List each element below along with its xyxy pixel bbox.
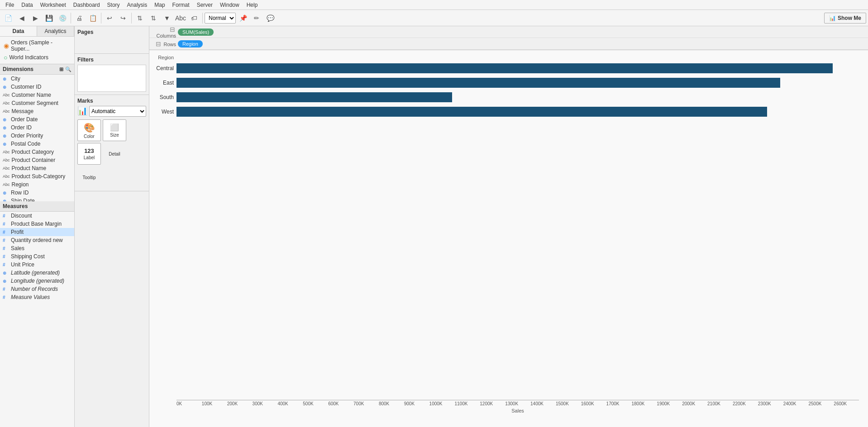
toolbar-save2[interactable]: 💿 bbox=[56, 12, 69, 24]
dim-abc-icon: Abc bbox=[3, 158, 10, 162]
x-tick: 800K bbox=[379, 401, 404, 406]
bar-row: Central bbox=[176, 62, 859, 75]
columns-pill[interactable]: SUM(Sales) bbox=[178, 28, 214, 36]
dim-product-category[interactable]: AbcProduct Category bbox=[0, 148, 74, 156]
marks-detail-btn[interactable]: Detail bbox=[103, 143, 126, 165]
menu-dashboard[interactable]: Dashboard bbox=[70, 1, 104, 9]
menu-data[interactable]: Data bbox=[18, 1, 36, 9]
rows-pill[interactable]: Region bbox=[178, 40, 203, 47]
normal-select[interactable]: Normal bbox=[205, 13, 236, 24]
dim-city[interactable]: ⊕City bbox=[0, 75, 74, 83]
dim-message[interactable]: AbcMessage bbox=[0, 107, 74, 115]
dimensions-header: Dimensions ⊞ 🔍 bbox=[0, 64, 74, 75]
datasource-orders[interactable]: ◉ Orders (Sample - Super... bbox=[2, 38, 72, 53]
dim-order-priority[interactable]: ⊕Order Priority bbox=[0, 132, 74, 140]
x-axis: 0K100K200K300K400K500K600K700K800K900K10… bbox=[176, 400, 859, 406]
toolbar-print[interactable]: 🖨 bbox=[73, 12, 86, 24]
x-tick: 1200K bbox=[480, 401, 505, 406]
tab-data[interactable]: Data bbox=[0, 26, 37, 36]
toolbar-swap[interactable]: ⇅ bbox=[134, 12, 146, 24]
menu-file[interactable]: File bbox=[2, 1, 18, 9]
toolbar-pin[interactable]: 📌 bbox=[237, 12, 249, 24]
meas-measure-values[interactable]: #Measure Values bbox=[0, 293, 74, 301]
tab-analytics[interactable]: Analytics bbox=[37, 26, 74, 36]
marks-color-btn[interactable]: 🎨 Color bbox=[77, 119, 101, 141]
dim-search-icon[interactable]: 🔍 bbox=[65, 66, 72, 72]
dim-order-date[interactable]: ⊕Order Date bbox=[0, 115, 74, 123]
toolbar-group[interactable]: Abc bbox=[174, 12, 187, 24]
x-tick: 100K bbox=[202, 401, 227, 406]
meas-unit-price[interactable]: #Unit Price bbox=[0, 261, 74, 269]
toolbar-back[interactable]: ◀ bbox=[15, 12, 28, 24]
menu-window[interactable]: Window bbox=[216, 1, 243, 9]
dim-order-id[interactable]: ⊕Order ID bbox=[0, 123, 74, 132]
toolbar-labels[interactable]: 🏷 bbox=[188, 12, 200, 24]
meas-hash-icon: # bbox=[3, 230, 9, 235]
meas-profit[interactable]: #Profit bbox=[0, 228, 74, 236]
toolbar-pen[interactable]: ✏ bbox=[250, 12, 263, 24]
toolbar-filter[interactable]: ▼ bbox=[161, 12, 173, 24]
dim-circle-icon: ⊕ bbox=[3, 125, 9, 130]
bar-label: Central bbox=[152, 65, 176, 71]
dim-grid-icon[interactable]: ⊞ bbox=[59, 66, 63, 72]
region-column-header: Region bbox=[152, 55, 859, 60]
rows-label: ⊟ Rows bbox=[151, 40, 176, 47]
color-icon: 🎨 bbox=[84, 122, 95, 133]
meas-quantity-ordered[interactable]: #Quantity ordered new bbox=[0, 236, 74, 244]
dim-region[interactable]: AbcRegion bbox=[0, 180, 74, 189]
dim-product-sub-category[interactable]: AbcProduct Sub-Category bbox=[0, 172, 74, 180]
meas-discount[interactable]: #Discount bbox=[0, 212, 74, 220]
bar-central[interactable] bbox=[176, 63, 833, 73]
filters-area bbox=[77, 65, 146, 92]
dim-postal-code[interactable]: ⊕Postal Code bbox=[0, 140, 74, 148]
toolbar-sort[interactable]: ⇅ bbox=[147, 12, 160, 24]
meas-number-records[interactable]: #Number of Records bbox=[0, 285, 74, 293]
menu-help[interactable]: Help bbox=[243, 1, 262, 9]
menu-worksheet[interactable]: Worksheet bbox=[37, 1, 70, 9]
marks-controls: 📊 Automatic bbox=[77, 106, 146, 117]
bar-west[interactable] bbox=[176, 107, 767, 117]
meas-latitude[interactable]: ⊕Latitude (generated) bbox=[0, 269, 74, 277]
meas-longitude[interactable]: ⊕Longitude (generated) bbox=[0, 277, 74, 285]
rows-shelf: ⊟ Rows Region bbox=[149, 38, 868, 50]
x-tick: 1700K bbox=[606, 401, 632, 406]
x-tick: 300K bbox=[253, 401, 278, 406]
toolbar-print2[interactable]: 📋 bbox=[86, 12, 99, 24]
marks-label-btn[interactable]: 123 Label bbox=[77, 143, 101, 165]
meas-sales[interactable]: #Sales bbox=[0, 244, 74, 252]
toolbar-undo[interactable]: ↩ bbox=[103, 12, 116, 24]
menu-analysis[interactable]: Analysis bbox=[124, 1, 151, 9]
x-tick: 600K bbox=[328, 401, 353, 406]
bar-east[interactable] bbox=[176, 78, 780, 88]
dimensions-list: ⊕City ⊕Customer ID AbcCustomer Name AbcC… bbox=[0, 75, 74, 201]
toolbar-forward[interactable]: ▶ bbox=[29, 12, 42, 24]
meas-hash-icon: # bbox=[3, 246, 9, 251]
toolbar-speech[interactable]: 💬 bbox=[264, 12, 277, 24]
meas-product-base-margin[interactable]: #Product Base Margin bbox=[0, 220, 74, 228]
dim-product-container[interactable]: AbcProduct Container bbox=[0, 156, 74, 164]
dim-ship-date[interactable]: ⊕Ship Date bbox=[0, 197, 74, 201]
dim-customer-segment[interactable]: AbcCustomer Segment bbox=[0, 99, 74, 107]
menu-format[interactable]: Format bbox=[169, 1, 193, 9]
marks-size-btn[interactable]: ⬜ Size bbox=[103, 119, 126, 141]
datasource-world[interactable]: ○ World Indicators bbox=[2, 53, 72, 62]
marks-type-select[interactable]: Automatic bbox=[89, 106, 146, 117]
show-me-button[interactable]: 📊 Show Me bbox=[824, 13, 866, 24]
toolbar-redo[interactable]: ↪ bbox=[117, 12, 129, 24]
meas-hash-icon: # bbox=[3, 287, 9, 292]
menu-story[interactable]: Story bbox=[104, 1, 124, 9]
toolbar-save[interactable]: 💾 bbox=[43, 12, 55, 24]
dim-abc-icon: Abc bbox=[3, 101, 10, 105]
marks-tooltip-btn[interactable]: Tooltip bbox=[77, 166, 101, 188]
x-tick: 2200K bbox=[733, 401, 758, 406]
dim-customer-id[interactable]: ⊕Customer ID bbox=[0, 83, 74, 91]
menu-map[interactable]: Map bbox=[151, 1, 168, 9]
menu-server[interactable]: Server bbox=[193, 1, 216, 9]
bar-south[interactable] bbox=[176, 92, 452, 102]
dim-product-name[interactable]: AbcProduct Name bbox=[0, 164, 74, 172]
meas-shipping-cost[interactable]: #Shipping Cost bbox=[0, 252, 74, 261]
dim-row-id[interactable]: ⊕Row ID bbox=[0, 189, 74, 197]
toolbar-new[interactable]: 📄 bbox=[2, 12, 14, 24]
dim-customer-name[interactable]: AbcCustomer Name bbox=[0, 91, 74, 99]
x-tick: 200K bbox=[227, 401, 253, 406]
